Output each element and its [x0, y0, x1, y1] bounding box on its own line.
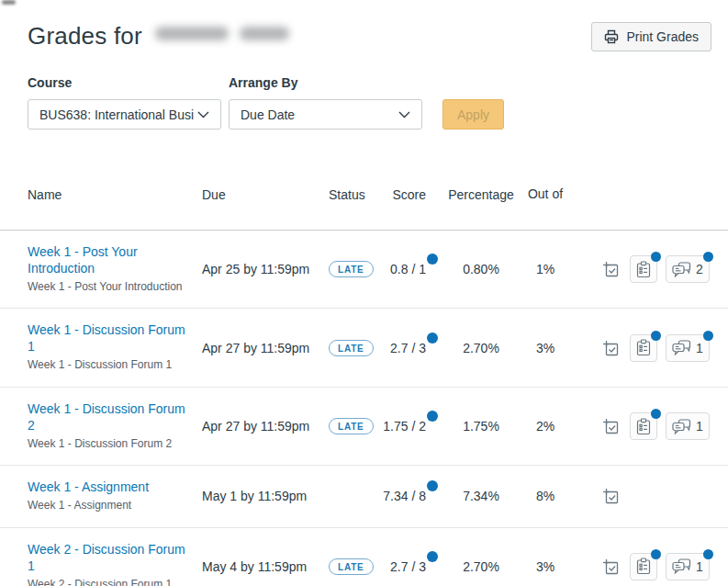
check-plus-icon [602, 340, 619, 356]
row-actions: 1 [564, 539, 728, 586]
score-cell: 0.8 / 1 [373, 248, 435, 290]
score-value: 2.7 / 3 [390, 559, 426, 574]
score-cell: 1.75 / 2 [373, 405, 435, 447]
comments-button[interactable]: 2 [666, 255, 710, 283]
comments-icon [672, 419, 691, 434]
score-cell: 7.34 / 8 [373, 475, 435, 517]
redacted-name-blob [240, 27, 289, 40]
header-name: Name [28, 187, 202, 202]
comments-button[interactable]: 1 [666, 334, 710, 362]
print-grades-button[interactable]: Print Grades [591, 22, 711, 51]
table-body: Week 1 - Post Your Introduction Week 1 -… [0, 231, 728, 586]
assignment-link[interactable]: Week 1 - Discussion Forum 2 [28, 401, 185, 434]
comments-count: 1 [696, 559, 703, 574]
percentage-value: 2.70% [435, 546, 527, 586]
percentage-value: 7.34% [435, 475, 527, 517]
due-date: May 4 by 11:59pm [202, 546, 329, 586]
header-score: Score [373, 187, 435, 202]
assignment-subtitle: Week 2 - Discussion Forum 1 [28, 578, 185, 586]
check-plus-icon [602, 488, 619, 504]
chevron-down-icon [398, 111, 410, 118]
rubric-icon [636, 339, 651, 356]
table-row: Week 1 - Assignment Week 1 - Assignment … [0, 466, 728, 528]
assignment-link[interactable]: Week 1 - Assignment [28, 479, 185, 496]
table-row: Week 2 - Discussion Forum 1 Week 2 - Dis… [0, 528, 728, 586]
comments-new-dot [703, 331, 713, 341]
late-badge: LATE [329, 558, 374, 575]
header-due: Due [202, 187, 329, 202]
arrange-by-label: Arrange By [229, 75, 422, 90]
row-actions [564, 474, 728, 518]
grades-page: Grades for Print Grades Course BUS638: [0, 0, 728, 586]
redacted-name-blob [155, 27, 229, 40]
arrange-by-select[interactable]: Due Date [229, 99, 422, 130]
percentage-value: 0.80% [435, 248, 527, 290]
rubric-icon [636, 261, 651, 278]
check-plus-icon [602, 261, 619, 277]
course-select-value: BUS638: International Busi [39, 107, 194, 122]
score-value: 1.75 / 2 [383, 419, 426, 434]
apply-button[interactable]: Apply [442, 99, 504, 130]
printer-icon [604, 29, 619, 44]
rubric-button[interactable] [630, 334, 657, 362]
late-badge: LATE [329, 261, 374, 277]
new-grade-dot [427, 332, 438, 344]
table-row: Week 1 - Discussion Forum 1 Week 1 - Dis… [0, 309, 728, 387]
header-out-of: Out of [527, 185, 564, 203]
assignment-link[interactable]: Week 2 - Discussion Forum 1 [28, 542, 185, 575]
new-grade-dot [427, 411, 438, 422]
header-percentage: Percentage [435, 187, 527, 202]
percentage-value: 2.70% [435, 327, 527, 369]
assignment-name-cell: Week 1 - Post Your Introduction Week 1 -… [28, 231, 202, 308]
rubric-button[interactable] [630, 412, 657, 440]
chevron-down-icon [197, 111, 209, 118]
check-plus-icon [602, 418, 619, 434]
check-plus-icon [602, 558, 619, 575]
assignment-link[interactable]: Week 1 - Post Your Introduction [28, 244, 185, 277]
page-header: Grades for Print Grades [0, 0, 728, 51]
percentage-value: 1.75% [435, 405, 527, 447]
new-grade-dot [427, 551, 438, 562]
rubric-new-dot [651, 252, 661, 262]
assignment-subtitle: Week 1 - Assignment [28, 499, 185, 513]
comments-icon [672, 340, 691, 355]
assignment-subtitle: Week 1 - Discussion Forum 2 [28, 437, 185, 452]
due-date: Apr 25 by 11:59pm [202, 248, 329, 290]
comments-icon [672, 558, 691, 574]
score-value: 2.7 / 3 [390, 341, 426, 355]
row-actions: 1 [564, 321, 728, 376]
table-header-row: Name Due Status Score Percentage Out of [0, 159, 728, 231]
due-date: May 1 by 11:59pm [202, 475, 329, 517]
course-label: Course [28, 75, 221, 90]
comments-new-dot [703, 549, 713, 559]
assignment-name-cell: Week 2 - Discussion Forum 1 Week 2 - Dis… [28, 528, 202, 586]
status-cell: LATE [329, 247, 373, 291]
comments-count: 1 [696, 419, 703, 434]
late-badge: LATE [329, 418, 374, 434]
assignment-link[interactable]: Week 1 - Discussion Forum 1 [28, 322, 185, 355]
comments-count: 1 [696, 341, 703, 355]
table-row: Week 1 - Discussion Forum 2 Week 1 - Dis… [0, 388, 728, 466]
out-of-value: 1% [527, 248, 564, 290]
comments-new-dot [703, 252, 713, 262]
rubric-new-dot [651, 409, 661, 419]
rubric-button[interactable] [630, 553, 657, 580]
grades-table: Name Due Status Score Percentage Out of … [0, 159, 728, 586]
comments-count: 2 [696, 262, 703, 276]
filters-bar: Course BUS638: International Busi Arrang… [0, 51, 728, 130]
row-actions: 2 [564, 242, 728, 297]
out-of-value: 3% [527, 546, 564, 586]
rubric-new-dot [651, 331, 661, 341]
rubric-icon [636, 418, 651, 435]
assignment-name-cell: Week 1 - Discussion Forum 1 Week 1 - Dis… [28, 309, 202, 386]
course-filter-group: Course BUS638: International Busi [28, 75, 221, 130]
page-title-wrap: Grades for [28, 22, 289, 51]
header-status: Status [329, 187, 373, 202]
comments-button[interactable]: 1 [666, 553, 710, 580]
rubric-icon [636, 558, 651, 575]
rubric-button[interactable] [630, 255, 657, 283]
course-select[interactable]: BUS638: International Busi [28, 99, 221, 130]
table-row: Week 1 - Post Your Introduction Week 1 -… [0, 231, 728, 309]
assignment-subtitle: Week 1 - Post Your Introduction [28, 280, 185, 295]
comments-button[interactable]: 1 [666, 412, 710, 440]
